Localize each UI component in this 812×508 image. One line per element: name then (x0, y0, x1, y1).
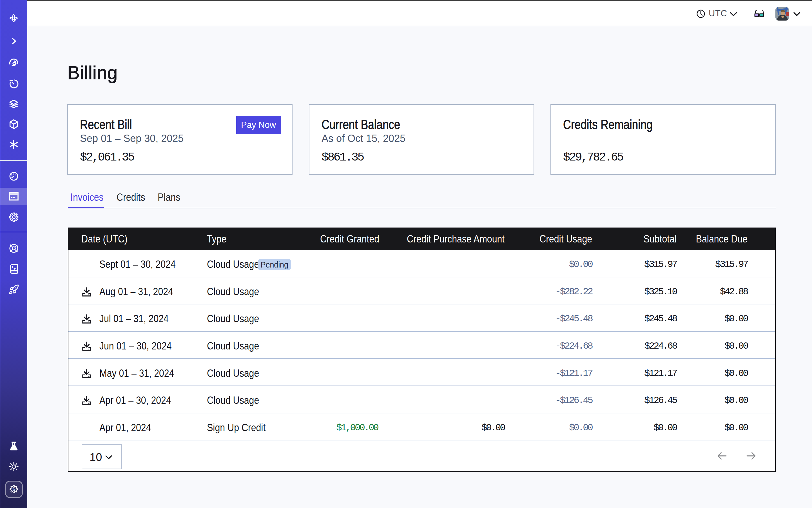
svg-text:$: $ (12, 486, 15, 492)
